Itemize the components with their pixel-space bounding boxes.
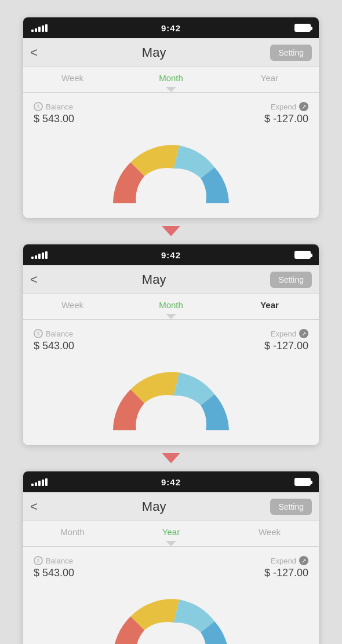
balance-row-1: $ Balance $ 543.00 Expend ↗ $ -127.00 xyxy=(23,93,319,131)
signal-icon xyxy=(31,24,48,32)
donut-chart-3 xyxy=(107,591,235,644)
balance-row-3: $ Balance $ 543.00 Expend ↗ $ -127.00 xyxy=(23,547,319,585)
screen-1: 9:42 < May Setting Week Month Year xyxy=(23,17,319,218)
expend-value-2: $ -127.00 xyxy=(264,340,308,352)
down-triangle-icon-2 xyxy=(162,453,180,463)
balance-label-3: $ Balance xyxy=(34,556,74,565)
tab-indicator-1 xyxy=(166,87,176,92)
status-bar-2: 9:42 xyxy=(23,244,319,265)
setting-button-3[interactable]: Setting xyxy=(270,499,312,515)
status-bar-1: 9:42 xyxy=(23,17,319,38)
chart-area-1 xyxy=(23,131,319,218)
tab-row-1: Week Month Year xyxy=(23,67,319,87)
balance-section-3: $ Balance $ 543.00 xyxy=(34,556,74,579)
back-button-3[interactable]: < xyxy=(30,500,38,513)
tab-year-1[interactable]: Year xyxy=(220,73,319,87)
tab-week-1[interactable]: Week xyxy=(23,73,122,87)
tab-row-2: Week Month Year xyxy=(23,294,319,314)
expend-label-1: Expend ↗ xyxy=(264,102,308,111)
balance-icon-3: $ xyxy=(34,556,43,565)
tab-week-2[interactable]: Week xyxy=(23,300,122,314)
tab-month-1[interactable]: Month xyxy=(122,73,220,87)
separator-arrow-1 xyxy=(162,226,180,236)
battery-icon-2 xyxy=(294,251,311,259)
balance-section-1: $ Balance $ 543.00 xyxy=(34,102,74,125)
nav-bar-3: < May Setting xyxy=(23,492,319,521)
tab-month-3[interactable]: Month xyxy=(23,527,122,541)
battery-icon-3 xyxy=(294,478,311,486)
donut-chart-2 xyxy=(107,364,235,433)
balance-icon-1: $ xyxy=(34,102,43,111)
setting-button-1[interactable]: Setting xyxy=(270,45,312,61)
tab-indicator-3 xyxy=(166,541,176,546)
chart-area-3 xyxy=(23,585,319,644)
back-button-1[interactable]: < xyxy=(30,46,38,59)
nav-title-3: May xyxy=(142,499,166,514)
nav-title-2: May xyxy=(142,272,166,287)
tab-indicator-2 xyxy=(166,314,176,319)
down-triangle-icon-1 xyxy=(162,226,180,236)
balance-section-2: $ Balance $ 543.00 xyxy=(34,329,74,352)
tab-week-3[interactable]: Week xyxy=(220,527,319,541)
screen-3: 9:42 < May Setting Month Year Week $ xyxy=(23,471,319,644)
signal-icon-2 xyxy=(31,251,48,259)
nav-bar-1: < May Setting xyxy=(23,38,319,67)
expend-section-3: Expend ↗ $ -127.00 xyxy=(264,556,308,579)
expend-section-1: Expend ↗ $ -127.00 xyxy=(264,102,308,125)
status-time-2: 9:42 xyxy=(161,250,181,260)
tab-row-3: Month Year Week xyxy=(23,521,319,541)
separator-arrow-2 xyxy=(162,453,180,463)
expend-arrow-icon-3: ↗ xyxy=(299,556,308,565)
balance-value-3: $ 543.00 xyxy=(34,567,74,579)
balance-label-2: $ Balance xyxy=(34,329,74,338)
signal-icon-3 xyxy=(31,478,48,486)
tab-year-3[interactable]: Year xyxy=(122,527,220,541)
tab-month-2[interactable]: Month xyxy=(122,300,220,314)
status-time-3: 9:42 xyxy=(161,477,181,487)
balance-icon-2: $ xyxy=(34,329,43,338)
nav-bar-2: < May Setting xyxy=(23,265,319,294)
expend-arrow-icon-2: ↗ xyxy=(299,329,308,338)
balance-value-1: $ 543.00 xyxy=(34,113,74,125)
expend-label-3: Expend ↗ xyxy=(264,556,308,565)
setting-button-2[interactable]: Setting xyxy=(270,272,312,288)
expend-arrow-icon-1: ↗ xyxy=(299,102,308,111)
battery-icon-1 xyxy=(294,24,311,32)
balance-value-2: $ 543.00 xyxy=(34,340,74,352)
status-time-1: 9:42 xyxy=(161,23,181,33)
balance-row-2: $ Balance $ 543.00 Expend ↗ $ -127.00 xyxy=(23,320,319,358)
balance-label-1: $ Balance xyxy=(34,102,74,111)
tab-year-2[interactable]: Year xyxy=(220,300,319,314)
back-button-2[interactable]: < xyxy=(30,273,38,286)
chart-area-2 xyxy=(23,358,319,445)
expend-value-1: $ -127.00 xyxy=(264,113,308,125)
expend-label-2: Expend ↗ xyxy=(264,329,308,338)
screen-2: 9:42 < May Setting Week Month Year $ xyxy=(23,244,319,445)
status-bar-3: 9:42 xyxy=(23,471,319,492)
donut-chart-1 xyxy=(107,137,235,206)
nav-title-1: May xyxy=(142,45,166,60)
expend-value-3: $ -127.00 xyxy=(264,567,308,579)
expend-section-2: Expend ↗ $ -127.00 xyxy=(264,329,308,352)
